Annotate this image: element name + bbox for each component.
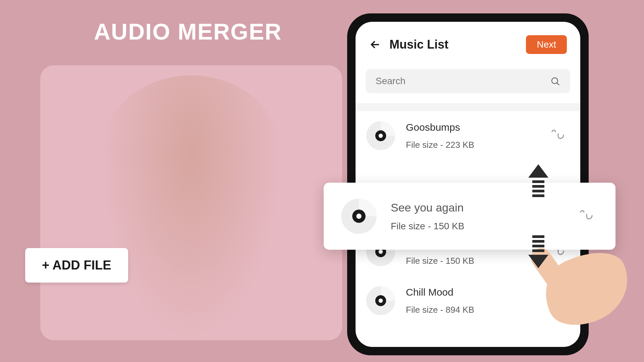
drag-handle-icon[interactable]	[550, 129, 567, 142]
music-info: Chill Mood File size - 894 KB	[406, 287, 540, 315]
hero-person-image	[101, 75, 282, 340]
disc-icon	[366, 121, 396, 151]
search-input[interactable]	[376, 76, 550, 86]
screen-header: Music List Next	[356, 22, 580, 62]
reorder-up-arrow-icon	[528, 164, 548, 201]
svg-rect-20	[532, 245, 544, 247]
svg-marker-22	[528, 255, 548, 268]
next-button[interactable]: Next	[526, 35, 567, 54]
music-size: File size - 223 KB	[406, 140, 540, 150]
svg-point-3	[379, 134, 383, 138]
disc-icon	[340, 198, 377, 235]
hero-image-card	[40, 65, 342, 340]
list-item[interactable]: Goosbumps File size - 223 KB	[356, 111, 580, 160]
svg-rect-18	[532, 235, 544, 238]
music-info: See you again File size - 150 KB	[391, 201, 565, 232]
music-title: Chill Mood	[406, 287, 540, 298]
music-title: See you again	[391, 201, 565, 214]
back-arrow-icon[interactable]	[369, 39, 381, 51]
svg-rect-19	[532, 240, 544, 243]
dragging-list-item[interactable]: See you again File size - 150 KB	[324, 183, 615, 250]
svg-rect-21	[532, 249, 544, 252]
svg-rect-17	[532, 194, 544, 197]
svg-point-6	[379, 250, 383, 254]
music-size: File size - 150 KB	[406, 256, 540, 266]
page-title: AUDIO MERGER	[94, 18, 282, 45]
svg-point-12	[356, 214, 361, 219]
svg-marker-13	[528, 164, 548, 178]
disc-icon	[366, 286, 396, 316]
add-file-button[interactable]: + ADD FILE	[25, 248, 128, 283]
music-size: File size - 894 KB	[406, 305, 540, 315]
list-separator	[356, 103, 580, 111]
search-icon	[550, 76, 560, 86]
music-title: Goosbumps	[406, 122, 540, 133]
reorder-down-arrow-icon	[528, 231, 548, 268]
music-info: Goosbumps File size - 223 KB	[406, 122, 540, 150]
svg-rect-14	[532, 180, 544, 183]
svg-point-9	[379, 299, 383, 303]
svg-rect-16	[532, 190, 544, 192]
music-size: File size - 150 KB	[391, 221, 565, 232]
screen-title: Music List	[389, 38, 518, 52]
svg-rect-15	[532, 185, 544, 188]
drag-handle-icon[interactable]	[579, 209, 595, 223]
search-bar[interactable]	[366, 69, 570, 93]
